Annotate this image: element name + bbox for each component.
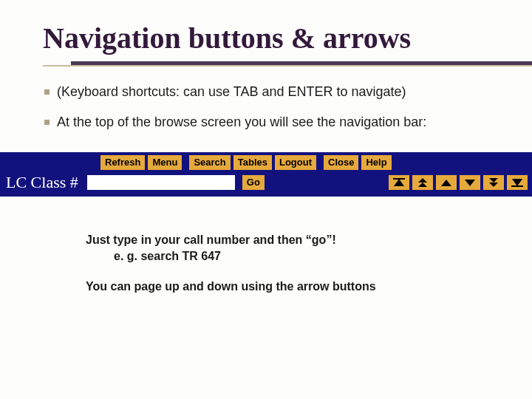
logout-button[interactable]: Logout xyxy=(275,155,316,170)
search-button[interactable]: Search xyxy=(189,155,230,170)
para-navbar-intro: At the top of the browse screen you will… xyxy=(58,115,532,130)
page-last-icon[interactable] xyxy=(507,175,528,190)
svg-rect-0 xyxy=(393,178,405,180)
refresh-button[interactable]: Refresh xyxy=(100,155,145,170)
close-button[interactable]: Close xyxy=(324,155,358,170)
bullet-icon xyxy=(44,120,50,125)
para-keyboard-shortcuts: (Keyboard shortcuts: can use TAB and ENT… xyxy=(58,84,532,100)
page-up-double-icon[interactable] xyxy=(412,175,433,190)
tables-button[interactable]: Tables xyxy=(233,155,272,170)
slide-title: Navigation buttons & arrows xyxy=(43,21,532,55)
menu-button[interactable]: Menu xyxy=(148,155,182,170)
go-button[interactable]: Go xyxy=(242,175,265,190)
lc-class-label: LC Class # xyxy=(4,173,84,192)
page-up-icon[interactable] xyxy=(436,175,457,190)
navbar-screenshot: Refresh Menu Search Tables Logout Close … xyxy=(0,152,532,197)
navbar-top-row: Refresh Menu Search Tables Logout Close … xyxy=(4,155,528,170)
page-down-double-icon[interactable] xyxy=(483,175,504,190)
title-rule-light xyxy=(43,65,532,66)
navbar-bottom-row: LC Class # Go xyxy=(4,173,528,192)
para-arrow-note: You can page up and down using the arrow… xyxy=(86,279,532,295)
bullet-icon xyxy=(44,89,50,95)
page-down-icon[interactable] xyxy=(460,175,480,190)
page-first-icon[interactable] xyxy=(389,175,409,190)
help-button[interactable]: Help xyxy=(361,155,391,170)
lc-class-input[interactable] xyxy=(87,175,235,190)
para-instructions: Just type in your call number and then “… xyxy=(86,232,532,265)
svg-rect-1 xyxy=(511,185,523,187)
